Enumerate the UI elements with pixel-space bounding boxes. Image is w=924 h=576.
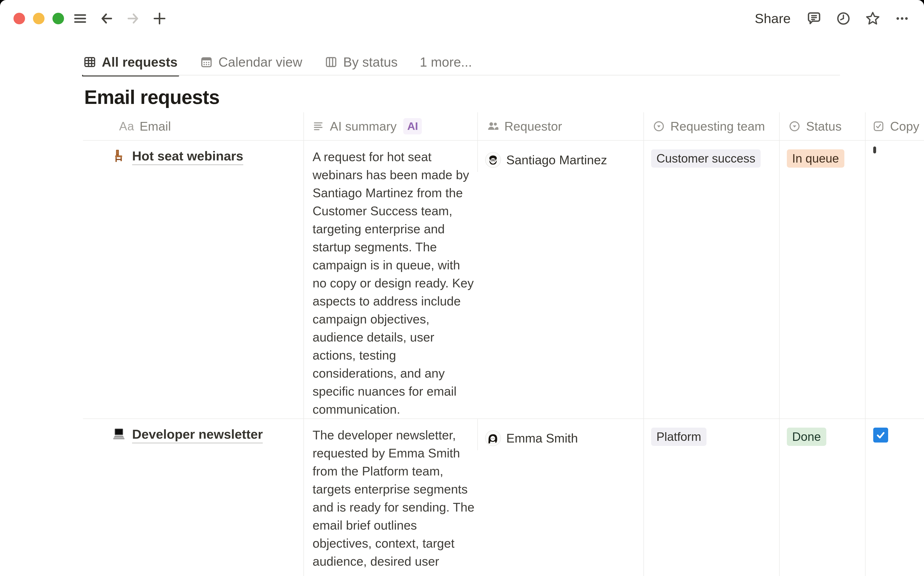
team-tag: Platform (651, 427, 706, 446)
history-button[interactable] (836, 11, 851, 26)
sidebar-menu-button[interactable] (72, 11, 88, 26)
close-window-button[interactable] (13, 13, 25, 24)
column-label: Copy (890, 119, 919, 133)
more-ellipsis-icon (894, 11, 910, 26)
person-name: Santiago Martinez (506, 153, 607, 167)
history-clock-icon (836, 11, 851, 26)
tab-label: By status (343, 54, 397, 70)
requesting-team-cell[interactable]: Customer success (644, 141, 779, 418)
titlebar: Share (0, 0, 924, 37)
calendar-view-icon (200, 55, 213, 69)
ai-summary-cell[interactable]: The developer newsletter, requested by E… (303, 419, 477, 576)
plus-icon (152, 11, 167, 26)
copy-checkbox-checked[interactable] (873, 427, 888, 443)
window-controls (13, 13, 64, 24)
share-button[interactable]: Share (753, 10, 793, 27)
forward-button[interactable] (125, 11, 141, 26)
tabs-divider (83, 75, 840, 75)
requestor-cell[interactable]: Santiago Martinez (477, 141, 644, 172)
select-property-icon (653, 120, 665, 133)
notion-window: Share (0, 0, 924, 576)
favorite-star-icon (865, 11, 881, 26)
column-header-copy[interactable]: Copy (865, 112, 924, 140)
email-requests-table: Aa Email AI summary AI Requestor (83, 112, 924, 576)
table-row: Developer newsletter The developer newsl… (83, 419, 924, 576)
column-label: Status (806, 119, 841, 133)
status-cell[interactable]: Done (779, 419, 865, 576)
tab-all-requests[interactable]: All requests (83, 50, 178, 75)
column-label: Requesting team (670, 119, 765, 133)
copy-cell[interactable] (865, 141, 924, 418)
view-tabs: All requests Calendar view By status 1 m… (83, 50, 472, 75)
minimize-window-button[interactable] (33, 13, 45, 24)
column-label: Requestor (504, 119, 562, 133)
column-label: Email (139, 119, 171, 133)
forward-arrow-icon (126, 11, 141, 26)
column-header-requesting-team[interactable]: Requesting team (644, 112, 779, 140)
more-views-button[interactable]: 1 more... (420, 54, 472, 70)
table-view-icon (83, 55, 96, 69)
avatar (485, 152, 501, 168)
email-title-cell[interactable]: Hot seat webinars (83, 141, 303, 418)
new-page-button[interactable] (152, 11, 168, 26)
page-link[interactable]: Hot seat webinars (132, 148, 243, 165)
tab-calendar-view[interactable]: Calendar view (200, 50, 303, 75)
requestor-cell[interactable]: Emma Smith (477, 419, 644, 450)
column-label: AI summary (330, 119, 397, 133)
table-row: Hot seat webinars A request for hot seat… (83, 141, 924, 419)
avatar (485, 430, 501, 446)
column-header-ai-summary[interactable]: AI summary AI (303, 112, 477, 140)
comments-button[interactable] (806, 11, 822, 26)
text-property-icon: Aa (119, 119, 134, 133)
tab-label: All requests (102, 54, 178, 70)
copy-cell[interactable] (865, 419, 924, 576)
ai-summary-cell[interactable]: A request for hot seat webinars has been… (303, 141, 477, 418)
more-options-button[interactable] (894, 11, 910, 26)
select-property-icon (788, 120, 801, 133)
chair-emoji (112, 149, 126, 163)
back-arrow-icon (99, 11, 114, 26)
status-badge: Done (787, 427, 826, 446)
requesting-team-cell[interactable]: Platform (644, 419, 779, 576)
column-header-status[interactable]: Status (779, 112, 865, 140)
status-cell[interactable]: In queue (779, 141, 865, 418)
table-header-row: Aa Email AI summary AI Requestor (83, 112, 924, 141)
checkbox-property-icon (872, 120, 885, 133)
tab-label: Calendar view (218, 54, 303, 70)
page-title: Email requests (84, 86, 219, 109)
status-badge: In queue (787, 149, 844, 168)
people-icon (487, 120, 499, 133)
hamburger-menu-icon (73, 11, 88, 26)
comments-icon (806, 11, 822, 26)
ai-badge: AI (403, 118, 422, 134)
team-tag: Customer success (651, 149, 761, 168)
back-button[interactable] (99, 11, 115, 26)
column-header-requestor[interactable]: Requestor (477, 112, 644, 140)
column-header-email[interactable]: Aa Email (83, 112, 303, 140)
text-lines-icon (312, 120, 325, 132)
person-name: Emma Smith (506, 431, 578, 445)
page-link[interactable]: Developer newsletter (132, 426, 263, 443)
tab-by-status[interactable]: By status (324, 50, 397, 75)
email-title-cell[interactable]: Developer newsletter (83, 419, 303, 576)
board-view-icon (324, 55, 338, 69)
laptop-emoji (112, 427, 126, 441)
zoom-window-button[interactable] (53, 13, 64, 24)
copy-checkbox-unchecked[interactable] (873, 146, 876, 154)
favorite-button[interactable] (865, 11, 881, 26)
